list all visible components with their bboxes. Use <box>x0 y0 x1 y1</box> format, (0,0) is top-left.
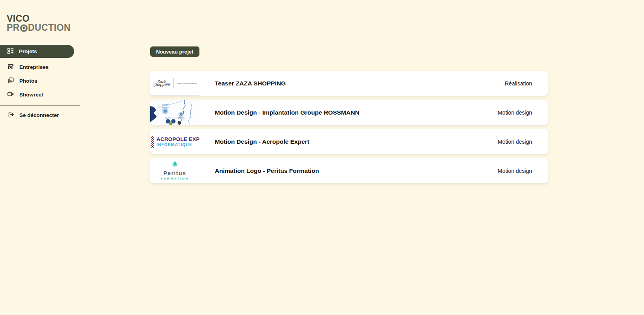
storefront-icon <box>7 63 14 71</box>
play-icon <box>20 24 28 32</box>
new-project-button[interactable]: Nouveau projet <box>150 46 199 57</box>
sidebar-item-entreprises[interactable]: Entreprises <box>0 60 80 74</box>
project-title: Motion Design - Acropole Expert <box>215 138 309 145</box>
project-thumbnail-acropole: ACROPOLE EXPE INFORMATIQUE <box>150 129 199 154</box>
brand-line2: PRDUCTION <box>7 23 71 32</box>
sidebar-item-label: Entreprises <box>19 64 48 70</box>
project-category: Motion design <box>498 168 532 174</box>
project-row-acropole[interactable]: ACROPOLE EXPE INFORMATIQUE Motion Design… <box>150 129 548 154</box>
project-category: Réalisation <box>505 80 532 87</box>
project-row-rossmann[interactable]: SOPPO Atlantique SOPPO FRANCE VADOSS Bou… <box>150 100 548 125</box>
peritus-clover-icon <box>171 161 178 170</box>
project-thumbnail-peritus: Peritus FORMATION <box>150 158 199 183</box>
project-title: Teaser ZAZA SHOPPING <box>215 80 286 87</box>
project-title: Animation Logo - Peritus Formation <box>215 167 319 174</box>
svg-text:Bourgogne: Bourgogne <box>178 118 185 120</box>
sidebar-item-showreel[interactable]: Showreel <box>0 88 80 102</box>
svg-text:SOPPO: SOPPO <box>165 117 171 119</box>
sidebar-item-label: Photos <box>19 78 37 84</box>
sidebar-item-photos[interactable]: Photos <box>0 74 80 88</box>
peritus-subtitle: FORMATION <box>161 177 189 180</box>
video-camera-icon <box>7 91 14 99</box>
acropole-name: ACROPOLE EXPE <box>156 136 199 142</box>
zaza-website-text: www.zazashopping.com <box>177 82 197 84</box>
sidebar-item-projets[interactable]: Projets <box>0 45 74 58</box>
sidebar: Projets Entreprises Photos Showreel Se d… <box>0 45 80 122</box>
sidebar-divider <box>0 106 80 106</box>
project-thumbnail-zaza: Zaza Shopping www.zazashopping.com <box>150 71 199 96</box>
svg-text:Atlantique: Atlantique <box>162 107 169 108</box>
brand-logo: VICO PRDUCTION <box>7 14 71 33</box>
sidebar-item-label: Se déconnecter <box>19 112 59 118</box>
sidebar-item-label: Showreel <box>19 92 43 98</box>
brand-line1: VICO <box>7 14 71 23</box>
peritus-name: Peritus <box>164 170 186 176</box>
logout-icon <box>7 111 14 119</box>
sidebar-item-label: Projets <box>19 48 37 54</box>
project-title: Motion Design - Implantation Groupe ROSS… <box>215 109 359 116</box>
svg-text:SOPPO: SOPPO <box>162 104 169 106</box>
acropole-stripes-mark <box>151 136 154 148</box>
project-row-peritus[interactable]: Peritus FORMATION Animation Logo - Perit… <box>150 158 548 183</box>
project-category: Motion design <box>498 109 532 116</box>
photos-icon <box>7 77 14 85</box>
zaza-script-logo: Zaza Shopping <box>153 80 170 87</box>
project-row-zaza[interactable]: Zaza Shopping www.zazashopping.com Tease… <box>150 71 548 96</box>
grid-plus-icon <box>7 48 14 56</box>
project-category: Motion design <box>498 139 532 145</box>
thumb-divider <box>173 78 174 89</box>
project-thumbnail-france-map: SOPPO Atlantique SOPPO FRANCE VADOSS Bou… <box>150 100 199 125</box>
acropole-subtitle: INFORMATIQUE <box>156 143 199 147</box>
sidebar-item-logout[interactable]: Se déconnecter <box>0 108 80 122</box>
